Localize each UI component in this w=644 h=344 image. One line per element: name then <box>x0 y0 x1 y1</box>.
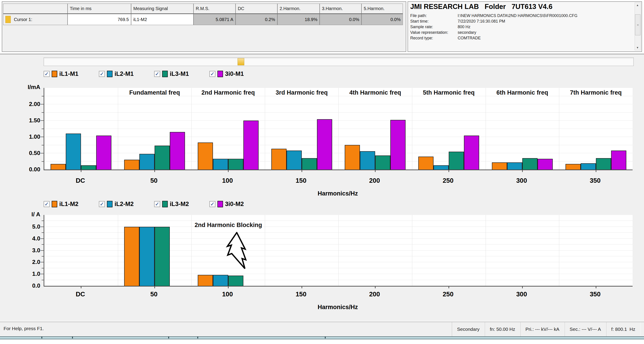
bar-group <box>44 215 118 286</box>
strip-mark <box>325 336 326 338</box>
cursor-measurement-pane: Time in ms Measuring Signal R.M.S. DC 2.… <box>2 1 406 52</box>
col-header-rms: R.M.S. <box>194 4 236 14</box>
x-tick-label: 350 <box>558 290 632 298</box>
scrollbar-thumb[interactable]: ≡ <box>635 14 640 35</box>
col-header-signal: Measuring Signal <box>131 4 194 14</box>
legend-swatch <box>52 201 57 207</box>
y-tick-mark <box>40 226 44 227</box>
status-segment: Secondary <box>452 322 484 336</box>
bar-slot <box>464 215 479 286</box>
lightning-arrow-icon <box>222 232 252 270</box>
info-label: Value representation: <box>410 30 458 35</box>
legend-item-iL1-M2[interactable]: ✓iL1-M2 <box>44 201 99 208</box>
cursor1-5harmon-cell: 0.0% <box>362 14 403 25</box>
cursor1-2harmon-cell: 18.9% <box>277 14 320 25</box>
x-tick-label: 50 <box>117 290 191 298</box>
legend-label: iL2-M2 <box>114 201 134 208</box>
col-header-2harmon: 2.Harmon. <box>277 4 320 14</box>
cursor1-signal-cell[interactable]: iL1-M2 <box>131 14 194 25</box>
bar-slot <box>434 215 449 286</box>
legend-label: iL1-M2 <box>59 201 78 208</box>
legend-item-iL3-M2[interactable]: ✓iL3-M2 <box>154 201 209 208</box>
legend-swatch <box>218 201 223 207</box>
bar-slot <box>139 215 154 286</box>
col-header-blank <box>3 4 68 14</box>
legend-checkbox[interactable]: ✓ <box>209 201 216 207</box>
cursor-table: Time in ms Measuring Signal R.M.S. DC 2.… <box>3 4 403 25</box>
bar-slot <box>492 215 507 286</box>
bar-iL3-M2 <box>228 276 243 286</box>
status-bar: For Help, press F1. Secondaryfn: 50.00 H… <box>0 322 644 336</box>
legend-item-iL2-M2[interactable]: ✓iL2-M2 <box>99 201 154 208</box>
record-title: JMI RESEARCH LAB Folder 7UT613 V4.6 <box>410 3 552 11</box>
strip-mark <box>42 336 42 338</box>
bar-slot <box>96 215 112 286</box>
info-label: Sample rate: <box>410 24 458 30</box>
bar-slot <box>418 215 434 286</box>
cursor1-time-cell[interactable]: 769.5 <box>68 14 131 25</box>
y-tick-mark <box>42 232 44 233</box>
bar-slot <box>170 215 185 286</box>
bar-iL1-M2 <box>198 275 213 286</box>
x-tick-mark <box>522 286 523 288</box>
status-indicators: Secondaryfn: 50.00 HzPri.: --- kV/--- kA… <box>452 322 640 336</box>
y-tick-label: 3.0 <box>9 247 40 254</box>
y-tick-label: 4.0 <box>9 235 40 242</box>
col-header-3harmon: 3.Harmon. <box>320 4 362 14</box>
plot-area: 2nd Harmonic Blocking <box>44 215 632 286</box>
y-tick-mark <box>40 274 44 274</box>
y-tick-mark <box>42 280 44 280</box>
bar-slot <box>345 215 360 286</box>
harmonics-chart-m2: ✓iL1-M2✓iL2-M2✓iL3-M2✓3i0-M2I/ A0.01.02.… <box>0 54 644 321</box>
legend-checkbox[interactable]: ✓ <box>99 201 105 207</box>
col-header-time: Time in ms <box>68 4 131 14</box>
bar-slot <box>50 215 66 286</box>
record-info-row: Sample rate:800 Hz <box>410 24 577 30</box>
x-tick-label: 250 <box>411 290 485 298</box>
scroll-up-icon[interactable]: ▲ <box>635 3 640 8</box>
bar-slot <box>271 215 286 286</box>
y-tick-label: 2.0 <box>9 258 40 266</box>
strip-mark <box>168 336 169 338</box>
info-value: 7/22/2020 7:16:30.081 PM <box>458 18 577 24</box>
legend-checkbox[interactable]: ✓ <box>154 201 160 207</box>
record-info-row: File path:I:\NEW HARMONICS DATA\2ND HARM… <box>410 13 577 18</box>
status-segment: Pri.: --- kV/--- kA <box>520 322 564 336</box>
bar-iL2-M2 <box>139 227 154 286</box>
cursor1-color-marker <box>5 16 11 23</box>
strip-mark <box>72 336 73 338</box>
y-tick-mark <box>42 256 44 256</box>
x-tick-labels: DC50100150200250300350 <box>44 290 632 298</box>
bar-slot <box>538 215 553 286</box>
bar-slot <box>507 215 522 286</box>
x-tick-mark <box>375 286 376 288</box>
harmonics-chart-panel: ✓iL1-M1✓iL2-M1✓iL3-M1✓3i0-M1I/mA0.000.50… <box>0 54 644 321</box>
info-scrollbar[interactable]: ▲ ≡ ▼ <box>634 2 641 50</box>
bar-slot <box>81 215 96 286</box>
scroll-down-icon[interactable]: ▼ <box>635 45 640 50</box>
bar-iL1-M2 <box>124 227 139 286</box>
legend-item-3i0-M2[interactable]: ✓3i0-M2 <box>209 201 264 208</box>
sigra-harmonics-window: Time in ms Measuring Signal R.M.S. DC 2.… <box>0 0 644 344</box>
legend-checkbox[interactable]: ✓ <box>44 201 50 207</box>
x-tick-label: DC <box>44 290 117 298</box>
bar-group <box>265 215 338 286</box>
y-axis-label: I/ A <box>9 211 40 218</box>
y-tick-mark <box>42 268 44 268</box>
bar-group <box>412 215 486 286</box>
bottom-edge-strip <box>0 336 644 339</box>
y-tick-label: 1.0 <box>9 270 40 277</box>
bar-slot <box>611 215 626 286</box>
x-tick-mark <box>596 286 596 288</box>
status-segment: fn: 50.00 Hz <box>485 322 520 336</box>
x-axis-label: Harmonics/Hz <box>44 304 632 311</box>
y-tick-mark <box>40 250 44 251</box>
x-tick-label: 200 <box>338 290 411 298</box>
legend-swatch <box>162 201 168 207</box>
bar-slot <box>124 215 139 286</box>
bar-group <box>486 215 559 286</box>
info-value: COMTRADE <box>458 35 577 41</box>
y-tick-mark <box>42 244 44 245</box>
x-tick-label: 150 <box>264 290 338 298</box>
bar-slot <box>375 215 390 286</box>
